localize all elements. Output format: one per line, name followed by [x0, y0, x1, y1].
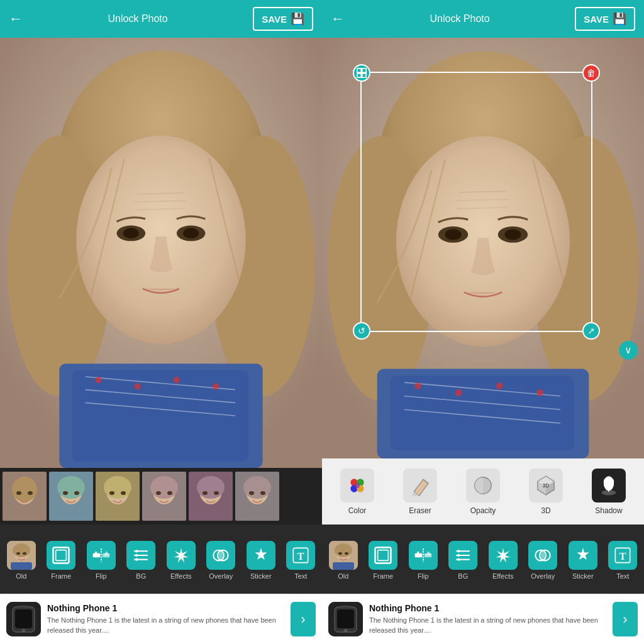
right-suboption-eraser[interactable]: Eraser [394, 469, 447, 515]
right-old-label: Old [338, 572, 348, 580]
right-save-button[interactable]: SAVE 💾 [575, 7, 635, 31]
left-thumb-4[interactable] [142, 472, 186, 521]
svg-marker-134 [426, 551, 431, 555]
right-toolbar-effects[interactable]: Effects [487, 541, 519, 580]
left-face-drawing [0, 38, 322, 468]
left-toolbar-old[interactable]: Old [5, 541, 38, 580]
svg-point-30 [63, 491, 68, 495]
left-sticker-icon [247, 541, 275, 570]
left-toolbar-effects[interactable]: Effects [165, 541, 197, 580]
right-toolbar-overlay[interactable]: Overlay [526, 541, 559, 580]
svg-point-54 [13, 543, 30, 557]
right-eraser-icon [403, 469, 437, 502]
left-ad-banner: Nothing Phone 1 The Nothing Phone 1 is t… [0, 594, 322, 644]
left-toolbar-text[interactable]: T Text [284, 541, 317, 580]
right-header: ← Unlock Photo SAVE 💾 [322, 0, 644, 38]
svg-point-138 [458, 550, 460, 552]
right-back-button[interactable]: ← [331, 11, 345, 27]
svg-point-120 [604, 477, 614, 485]
right-chevron-down[interactable]: ∨ [619, 341, 638, 360]
right-toolbar-frame[interactable]: Frame [367, 541, 399, 580]
left-toolbar-bg[interactable]: BG [125, 541, 157, 580]
left-toolbar-overlay[interactable]: Overlay [204, 541, 237, 580]
right-face-drawing [322, 38, 644, 458]
left-thumb-1[interactable] [3, 472, 47, 521]
svg-point-35 [109, 491, 114, 495]
right-suboption-3d[interactable]: 3D 3D [519, 469, 573, 515]
left-ad-arrow[interactable]: › [291, 602, 316, 636]
right-toolbar-sticker[interactable]: Sticker [567, 541, 599, 580]
right-tool-suboptions: Color Eraser Opacity [322, 458, 644, 525]
svg-point-29 [57, 476, 85, 499]
svg-point-68 [136, 550, 138, 552]
right-shadow-label: Shadow [595, 506, 622, 515]
right-ad-title: Nothing Phone 1 [369, 603, 606, 613]
right-panel: ← Unlock Photo SAVE 💾 [322, 0, 644, 644]
left-bg-label: BG [136, 572, 146, 580]
left-overlay-icon [206, 541, 235, 570]
right-opacity-label: Opacity [470, 506, 496, 515]
right-3d-icon: 3D [529, 469, 563, 502]
svg-point-36 [121, 491, 126, 495]
left-flip-label: Flip [96, 572, 107, 580]
left-sticker-label: Sticker [250, 572, 272, 580]
svg-point-139 [458, 554, 460, 557]
svg-point-50 [249, 491, 254, 495]
svg-point-99 [455, 389, 462, 396]
left-old-icon [7, 541, 36, 570]
left-bg-icon [126, 541, 155, 570]
right-main-toolbar: Old Frame Flip [322, 525, 644, 594]
svg-rect-14 [72, 370, 248, 462]
left-flip-icon [87, 541, 116, 570]
left-ad-image [6, 602, 41, 636]
left-old-label: Old [16, 572, 26, 580]
right-suboption-opacity[interactable]: Opacity [457, 469, 510, 515]
left-frame-icon [47, 541, 75, 570]
svg-rect-57 [11, 562, 32, 570]
right-color-label: Color [348, 506, 367, 515]
left-toolbar-flip[interactable]: Flip [85, 541, 118, 580]
right-photo-content: 🗑 ↺ ↗ [322, 38, 644, 458]
left-back-button[interactable]: ← [9, 11, 23, 27]
svg-point-70 [136, 558, 138, 561]
right-toolbar-old[interactable]: Old [327, 541, 360, 580]
svg-text:T: T [297, 550, 304, 562]
left-toolbar-sticker[interactable]: Sticker [245, 541, 277, 580]
svg-rect-149 [341, 606, 350, 608]
right-effects-label: Effects [492, 572, 513, 580]
left-thumb-6[interactable] [235, 472, 279, 521]
svg-point-31 [74, 491, 79, 495]
left-header: ← Unlock Photo SAVE 💾 [0, 0, 322, 38]
svg-point-46 [214, 491, 219, 495]
left-save-button[interactable]: SAVE 💾 [253, 7, 313, 31]
left-text-icon: T [286, 541, 315, 570]
right-old-icon [329, 541, 358, 570]
right-ad-arrow[interactable]: › [613, 602, 638, 636]
left-unlock-label[interactable]: Unlock Photo [23, 13, 253, 25]
right-flip-label: Flip [418, 572, 429, 580]
left-toolbar-frame[interactable]: Frame [45, 541, 77, 580]
svg-point-25 [16, 491, 21, 495]
right-suboption-shadow[interactable]: Shadow [582, 469, 636, 515]
svg-point-11 [123, 228, 139, 239]
left-thumb-5[interactable] [189, 472, 233, 521]
svg-point-148 [344, 629, 348, 633]
right-toolbar-bg[interactable]: BG [447, 541, 479, 580]
right-photo-area: 🗑 ↺ ↗ ∨ [322, 38, 644, 458]
svg-point-101 [536, 389, 543, 396]
right-unlock-label[interactable]: Unlock Photo [345, 13, 575, 25]
left-thumbnail-strip[interactable] [0, 468, 322, 525]
left-thumb-3[interactable] [96, 472, 140, 521]
svg-point-140 [458, 558, 460, 561]
svg-point-20 [174, 377, 180, 383]
svg-point-26 [28, 491, 33, 495]
svg-point-41 [167, 491, 172, 495]
right-toolbar-flip[interactable]: Flip [407, 541, 440, 580]
left-effects-icon [167, 541, 196, 570]
right-toolbar-text[interactable]: T Text [606, 541, 639, 580]
right-suboption-color[interactable]: Color [331, 469, 384, 515]
left-thumb-2[interactable] [49, 472, 93, 521]
svg-point-21 [213, 383, 219, 389]
svg-point-12 [183, 228, 199, 239]
svg-marker-63 [93, 551, 98, 555]
